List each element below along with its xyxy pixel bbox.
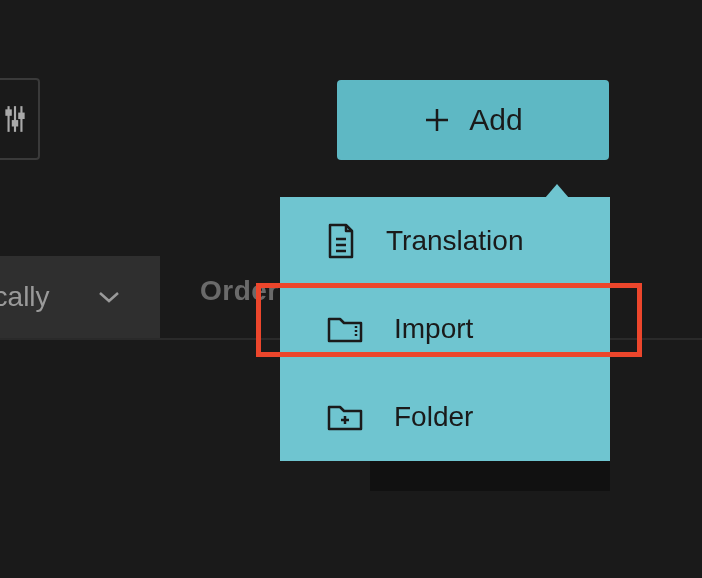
- svg-rect-5: [19, 114, 23, 118]
- menu-item-folder[interactable]: Folder: [280, 373, 610, 461]
- svg-rect-3: [6, 110, 10, 114]
- add-button-label: Add: [469, 103, 522, 137]
- file-icon: [326, 223, 356, 259]
- sort-label: etically: [0, 281, 50, 313]
- svg-rect-4: [13, 121, 17, 125]
- add-dropdown-menu: Translation Import Folder: [280, 197, 610, 461]
- plus-icon: [423, 106, 451, 134]
- add-button[interactable]: Add: [337, 80, 609, 160]
- sliders-icon: [2, 104, 28, 134]
- dropdown-arrow: [545, 184, 569, 198]
- filter-button[interactable]: [0, 78, 40, 160]
- sort-dropdown[interactable]: etically: [0, 256, 160, 338]
- background-panel: [370, 461, 610, 491]
- folder-import-icon: [326, 313, 364, 345]
- menu-item-translation[interactable]: Translation: [280, 197, 610, 285]
- menu-item-label: Import: [394, 313, 473, 345]
- menu-item-import[interactable]: Import: [280, 285, 610, 373]
- order-label: Order: [200, 275, 279, 307]
- menu-item-label: Translation: [386, 225, 523, 257]
- menu-item-label: Folder: [394, 401, 473, 433]
- folder-plus-icon: [326, 401, 364, 433]
- chevron-down-icon: [98, 290, 120, 304]
